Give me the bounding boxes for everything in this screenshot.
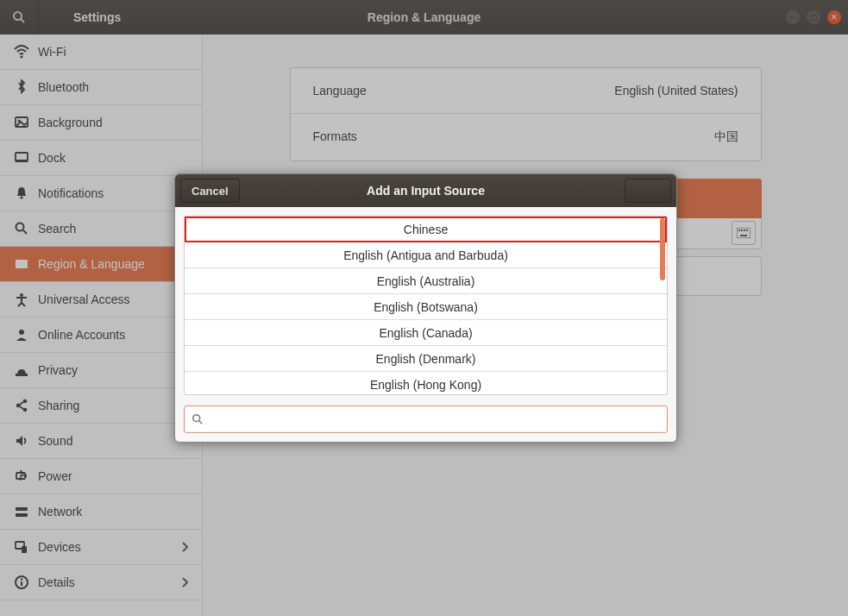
input-source-option[interactable]: English (Canada) bbox=[185, 320, 667, 346]
dialog-title: Add an Input Source bbox=[367, 184, 485, 198]
input-source-option[interactable]: English (Denmark) bbox=[185, 346, 667, 372]
input-source-option[interactable]: Chinese bbox=[185, 217, 667, 242]
dialog-body: ChineseEnglish (Antigua and Barbuda)Engl… bbox=[175, 207, 676, 442]
svg-point-33 bbox=[193, 415, 200, 422]
input-source-option[interactable]: English (Hong Kong) bbox=[185, 372, 667, 395]
search-icon bbox=[192, 413, 204, 425]
cancel-button[interactable]: Cancel bbox=[180, 179, 240, 203]
search-box[interactable] bbox=[184, 405, 668, 433]
add-button[interactable] bbox=[625, 179, 671, 203]
input-source-option[interactable]: English (Botswana) bbox=[185, 294, 667, 320]
add-input-source-dialog: Cancel Add an Input Source ChineseEnglis… bbox=[174, 173, 677, 443]
input-source-list[interactable]: ChineseEnglish (Antigua and Barbuda)Engl… bbox=[184, 216, 668, 395]
input-source-option[interactable]: English (Australia) bbox=[185, 268, 667, 294]
search-input[interactable] bbox=[209, 413, 660, 426]
scrollbar-thumb[interactable] bbox=[660, 218, 665, 280]
input-source-option[interactable]: English (Antigua and Barbuda) bbox=[185, 242, 667, 268]
dialog-header: Cancel Add an Input Source bbox=[175, 174, 676, 207]
svg-line-34 bbox=[199, 421, 203, 424]
cancel-label: Cancel bbox=[192, 185, 229, 198]
